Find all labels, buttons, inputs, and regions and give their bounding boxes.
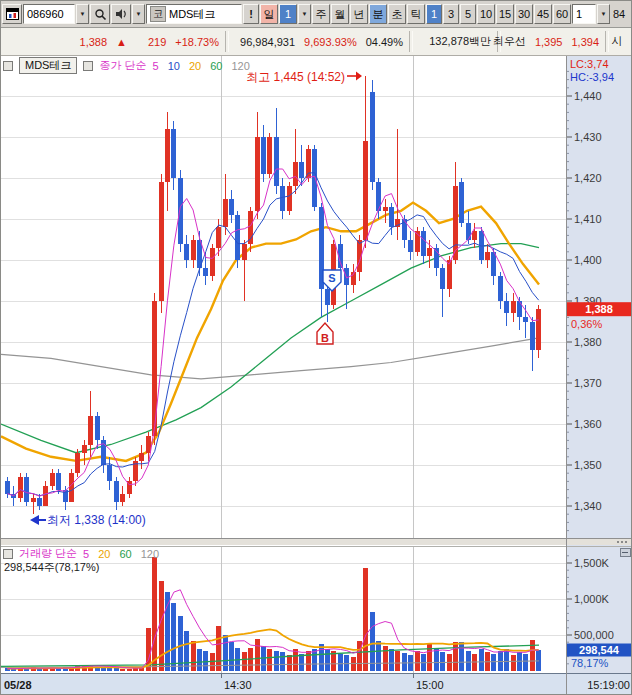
ma-period-label: 5 (153, 60, 159, 72)
period-year-button[interactable]: 년 (350, 4, 368, 24)
symbol-dropdown-button[interactable] (76, 4, 89, 24)
interval-5-button[interactable]: 5 (460, 4, 476, 24)
volume-bar (523, 654, 528, 671)
speaker-icon (115, 8, 128, 20)
candle (165, 129, 170, 182)
candle (363, 141, 368, 239)
interval-60-button[interactable]: 60 (553, 4, 571, 24)
symbol-name-field[interactable]: 코MDS테크 (146, 4, 242, 24)
price-axis-label: 1,380 (574, 336, 602, 348)
volume-bar (242, 652, 247, 671)
candle (178, 178, 183, 244)
candle (171, 129, 176, 178)
candle (293, 162, 298, 187)
candle (472, 231, 477, 239)
volume-bar (293, 649, 298, 671)
volume-bar (229, 642, 234, 671)
interval-1-button[interactable]: 1 (426, 4, 442, 24)
info-value: 9,693.93% (304, 36, 357, 48)
candle (95, 416, 100, 441)
volume-legend: 거래량 단순 52060120 (3, 547, 159, 560)
symbol-code-input[interactable]: 086960 (23, 4, 75, 24)
info-value: 1,388 (80, 36, 108, 48)
volume-bar (306, 651, 311, 671)
splitter-grip-icon[interactable] (617, 541, 619, 543)
chart-canvas[interactable]: 1,4401,4301,4201,4101,4001,3901,3801,370… (1, 56, 632, 695)
info-value: 1,394 (571, 36, 599, 48)
interval-15-button[interactable]: 15 (496, 4, 514, 24)
ma-period-label: 20 (189, 60, 201, 72)
collapse-price-pane-button[interactable] (3, 61, 13, 71)
interval-45-button[interactable]: 45 (534, 4, 552, 24)
legend-symbol-box[interactable]: MDS테크 (19, 57, 77, 74)
candle (498, 276, 503, 301)
pane-splitter[interactable] (1, 539, 632, 545)
candle (82, 445, 87, 453)
candle (114, 481, 119, 502)
volume-bar (127, 669, 132, 671)
period-day-button[interactable]: 일 (260, 4, 278, 24)
volume-bar (216, 626, 221, 671)
collapse-indicator-button[interactable] (83, 61, 93, 71)
volume-bar (357, 641, 362, 671)
volume-bar (466, 651, 471, 671)
candle (504, 301, 509, 313)
period-week-button[interactable]: 주 (312, 4, 330, 24)
custom-interval-dropdown-button[interactable] (597, 4, 610, 24)
splitter-grip-icon[interactable] (625, 541, 627, 543)
info-segment: 1,388▲ (1, 36, 133, 48)
low-annotation: 최저 1,338 (14:00) (47, 512, 146, 529)
sound-button[interactable] (111, 4, 131, 24)
interval-10-button[interactable]: 10 (477, 4, 495, 24)
candle (24, 477, 29, 502)
alert-button[interactable]: ! (243, 4, 259, 24)
volume-bar (395, 651, 400, 671)
volume-bar (152, 557, 157, 671)
sound-dropdown-button[interactable] (132, 4, 145, 24)
candle (274, 137, 279, 186)
chart-count-button[interactable]: 1 (279, 4, 297, 24)
time-axis-label: 15:00 (416, 679, 444, 691)
custom-interval-field[interactable]: 1 (572, 4, 596, 24)
ma-period-label: 5 (83, 548, 89, 560)
price-axis-label: 1,360 (574, 418, 602, 430)
volume-bar (203, 651, 208, 671)
price-axis-label: 1,430 (574, 131, 602, 143)
candle (18, 477, 23, 498)
count-dropdown-button[interactable] (298, 4, 311, 24)
volume-bar (363, 568, 368, 671)
interval-30-button[interactable]: 30 (515, 4, 533, 24)
volume-bar (197, 649, 202, 671)
candle (56, 473, 61, 489)
collapse-volume-pane-button[interactable] (3, 549, 13, 559)
info-value: 132,878백만 (429, 34, 491, 49)
volume-bar (267, 649, 272, 671)
interval-3-button[interactable]: 3 (443, 4, 459, 24)
candle (216, 227, 221, 248)
candle (120, 494, 125, 502)
candle (511, 301, 516, 313)
volume-bar (338, 654, 343, 671)
symbol-search-button[interactable] (90, 4, 110, 24)
candle (383, 207, 388, 211)
time-axis-label: 15:19:00 (587, 679, 630, 691)
period-minute-button[interactable]: 분 (369, 4, 387, 24)
splitter-grip-icon[interactable] (621, 541, 623, 543)
price-axis-label: 1,370 (574, 377, 602, 389)
volume-bar (427, 644, 432, 671)
volume-bar (171, 603, 176, 671)
period-tick-button[interactable]: 틱 (407, 4, 425, 24)
volume-bar (459, 642, 464, 671)
period-month-button[interactable]: 월 (331, 4, 349, 24)
candle (389, 207, 394, 228)
period-second-button[interactable]: 초 (388, 4, 406, 24)
chart-window-icon-button[interactable] (2, 4, 22, 24)
info-bar: 1,388▲219+18.73%96,984,9319,693.93%04.49… (1, 28, 631, 56)
candle (242, 244, 247, 260)
volume-bar (165, 592, 170, 671)
candle (107, 465, 112, 481)
candle (139, 453, 144, 461)
volume-bar (389, 649, 394, 671)
info-value: 96,984,931 (240, 36, 295, 48)
volume-bar (434, 649, 439, 671)
